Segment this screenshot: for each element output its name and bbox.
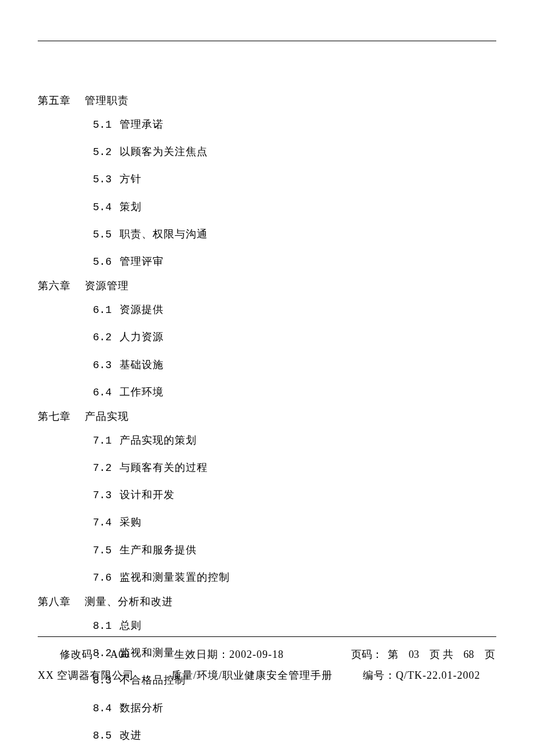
toc-item: 7.2与顾客有关的过程 xyxy=(93,458,496,478)
toc-text: 数据分析 xyxy=(120,702,164,714)
document-number: 编号：Q/TK-22.01-2002 xyxy=(363,668,496,682)
toc-text: 生产和服务提供 xyxy=(120,544,197,556)
toc-text: 人力资源 xyxy=(120,331,164,343)
toc-num: 7.5 xyxy=(93,545,111,556)
toc-num: 6.4 xyxy=(93,387,111,398)
toc-num: 8.5 xyxy=(93,730,111,741)
toc-item: 5.4策划 xyxy=(93,197,496,217)
toc-num: 7.3 xyxy=(93,489,111,501)
date-value: 2002-09-18 xyxy=(229,649,284,660)
chapter-prefix: 第八章 xyxy=(38,596,71,607)
toc-text: 产品实现的策划 xyxy=(120,434,197,446)
toc-num: 7.4 xyxy=(93,517,111,528)
toc-num: 7.2 xyxy=(93,462,111,474)
top-divider xyxy=(38,41,496,41)
toc-num: 7.6 xyxy=(93,572,111,584)
bottom-divider xyxy=(38,636,496,637)
toc-item: 5.2以顾客为关注焦点 xyxy=(93,142,496,162)
toc-item: 7.6监视和测量装置的控制 xyxy=(93,567,496,588)
toc-num: 5.2 xyxy=(93,146,111,158)
page-label: 页码： xyxy=(351,649,383,660)
toc-item: 5.1管理承诺 xyxy=(93,114,496,135)
toc-item: 8.1总则 xyxy=(93,615,496,636)
toc-text: 管理评审 xyxy=(120,255,164,267)
toc-num: 5.6 xyxy=(93,256,111,268)
toc-item: 7.5生产和服务提供 xyxy=(93,540,496,560)
toc-text: 职责、权限与沟通 xyxy=(120,228,208,240)
toc-num: 5.3 xyxy=(93,174,111,185)
toc-num: 5.5 xyxy=(93,229,111,240)
toc-text: 以顾客为关注焦点 xyxy=(120,146,208,157)
toc-text: 工作环境 xyxy=(120,386,164,398)
page-text: 第 03 页 共 68 页 xyxy=(388,649,495,660)
manual-title: 质量/环境/职业健康安全管理手册 xyxy=(171,668,363,682)
chapter-prefix: 第五章 xyxy=(38,95,71,106)
toc-text: 管理承诺 xyxy=(120,118,164,130)
toc-num: 5.4 xyxy=(93,201,111,213)
toc-item: 5.6管理评审 xyxy=(93,251,496,272)
toc-text: 监视和测量装置的控制 xyxy=(120,571,230,583)
toc-item: 5.3方针 xyxy=(93,169,496,189)
toc-text: 基础设施 xyxy=(120,359,164,370)
toc-item: 7.1产品实现的策划 xyxy=(93,430,496,451)
toc-text: 改进 xyxy=(120,729,142,741)
chapter-title: 测量、分析和改进 xyxy=(85,595,173,609)
chapter-prefix: 第七章 xyxy=(38,411,71,422)
toc-text: 总则 xyxy=(120,620,142,631)
chapter-6-section: 第六章资源管理 6.1资源提供 6.2人力资源 6.3基础设施 6.4工作环境 xyxy=(38,279,496,402)
toc-num: 6.1 xyxy=(93,304,111,316)
effective-date: 生效日期：2002-09-18 xyxy=(174,647,351,661)
toc-text: 与顾客有关的过程 xyxy=(120,462,208,473)
company-name: XX 空调器有限公司 xyxy=(38,668,171,682)
toc-text: 策划 xyxy=(120,201,142,213)
doc-value: Q/TK-22.01-2002 xyxy=(396,669,480,681)
chapter-7-section: 第七章产品实现 7.1产品实现的策划 7.2与顾客有关的过程 7.3设计和开发 … xyxy=(38,409,496,588)
toc-item: 6.4工作环境 xyxy=(93,382,496,402)
revision-code: 修改码： A00 xyxy=(38,647,174,661)
toc-item: 7.3设计和开发 xyxy=(93,485,496,505)
footer-row-1: 修改码： A00 生效日期：2002-09-18 页码： 第 03 页 共 68… xyxy=(38,647,496,661)
doc-label: 编号： xyxy=(363,669,396,681)
toc-num: 8.4 xyxy=(93,703,111,714)
chapter-heading: 第五章管理职责 xyxy=(38,93,496,107)
toc-item: 8.5改进 xyxy=(93,725,496,746)
toc-item: 8.4数据分析 xyxy=(93,698,496,718)
chapter-heading: 第八章测量、分析和改进 xyxy=(38,595,496,609)
toc-num: 7.1 xyxy=(93,435,111,447)
toc-item: 7.4采购 xyxy=(93,512,496,532)
toc-text: 方针 xyxy=(120,173,142,185)
date-label: 生效日期： xyxy=(174,649,229,660)
toc-item: 5.5职责、权限与沟通 xyxy=(93,224,496,244)
toc-item: 6.2人力资源 xyxy=(93,327,496,347)
page-number: 页码： 第 03 页 共 68 页 xyxy=(351,647,496,661)
toc-text: 采购 xyxy=(120,516,142,528)
toc-text: 设计和开发 xyxy=(120,489,175,501)
rev-label: 修改码： xyxy=(60,649,104,660)
toc-num: 6.2 xyxy=(93,332,111,343)
page-footer: 修改码： A00 生效日期：2002-09-18 页码： 第 03 页 共 68… xyxy=(38,636,496,689)
chapter-heading: 第六章资源管理 xyxy=(38,279,496,293)
chapter-title: 资源管理 xyxy=(85,279,129,293)
rev-value: A00 xyxy=(110,649,130,660)
toc-num: 5.1 xyxy=(93,119,111,131)
chapter-title: 产品实现 xyxy=(85,409,129,423)
chapter-prefix: 第六章 xyxy=(38,280,71,291)
chapter-5-section: 第五章管理职责 5.1管理承诺 5.2以顾客为关注焦点 5.3方针 5.4策划 … xyxy=(38,93,496,272)
toc-item: 6.3基础设施 xyxy=(93,355,496,375)
toc-item: 6.1资源提供 xyxy=(93,300,496,320)
chapter-title: 管理职责 xyxy=(85,93,129,107)
toc-num: 8.1 xyxy=(93,620,111,632)
toc-num: 6.3 xyxy=(93,359,111,371)
toc-text: 资源提供 xyxy=(120,304,164,315)
footer-row-2: XX 空调器有限公司 质量/环境/职业健康安全管理手册 编号：Q/TK-22.0… xyxy=(38,668,496,682)
chapter-heading: 第七章产品实现 xyxy=(38,409,496,423)
